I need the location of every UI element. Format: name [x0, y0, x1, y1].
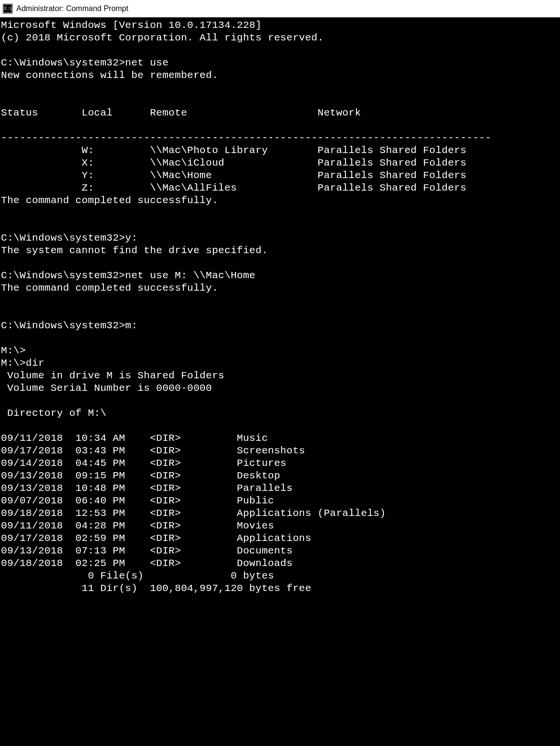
cmd-icon: C:\	[3, 4, 13, 13]
titlebar[interactable]: C:\ Administrator: Command Prompt	[0, 0, 560, 17]
terminal-output[interactable]: Microsoft Windows [Version 10.0.17134.22…	[0, 17, 560, 746]
svg-text:C:\: C:\	[4, 6, 12, 11]
window-title: Administrator: Command Prompt	[16, 4, 128, 13]
command-prompt-window: C:\ Administrator: Command Prompt Micros…	[0, 0, 560, 746]
